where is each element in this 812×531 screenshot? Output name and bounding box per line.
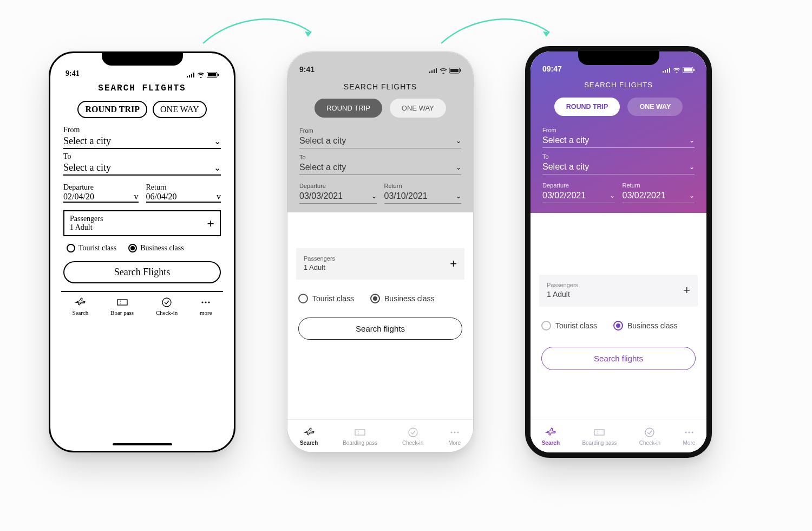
phone-notch [340,51,421,63]
search-flights-button[interactable]: Search flights [541,347,696,370]
radio-icon [370,294,380,303]
chevron-down-icon: ⌄ [456,164,461,171]
from-label: From [63,126,221,134]
radio-tourist[interactable]: Tourist class [541,321,597,331]
return-label: Return [623,182,695,189]
tab-boarding[interactable]: Boarding pass [582,426,617,446]
departure-value: 02/04/20 [63,192,94,202]
chevron-down-icon: ⌄ [610,192,615,199]
svg-rect-20 [693,69,695,71]
svg-point-17 [457,431,459,433]
tab-boarding-label: Boarding pass [343,440,377,446]
plus-icon[interactable]: + [450,257,457,271]
tab-boarding-label: Boar pass [110,309,134,316]
chevron-down-icon: ⌄ [689,137,695,144]
from-value: Select a city [299,136,346,146]
tab-checkin[interactable]: Check-in [639,426,660,446]
return-select[interactable]: 03/02/2021 ⌄ [623,189,695,203]
plus-icon[interactable]: + [683,283,690,297]
tab-search[interactable]: Search [300,426,318,446]
radio-icon [298,294,308,303]
radio-tourist-label: Tourist class [555,321,597,330]
from-select[interactable]: Select a city ⌄ [299,134,461,148]
tab-more-label: More [448,440,461,446]
departure-select[interactable]: 03/02/2021 ⌄ [542,189,615,203]
passengers-select[interactable]: Passengers 1 Adult + [539,275,698,307]
tab-more[interactable]: More [683,426,696,446]
from-value: Select a city [542,135,589,145]
to-select[interactable]: Select a city ⌄ [63,162,221,176]
tab-one-way[interactable]: ONE WAY [627,98,683,116]
radio-business[interactable]: Business class [613,321,678,331]
search-flights-button[interactable]: Search Flights [63,261,221,283]
svg-rect-1 [208,73,216,76]
return-value: 03/02/2021 [623,191,666,200]
svg-point-7 [205,302,207,303]
chevron-down-icon: v [134,192,139,202]
tab-more[interactable]: more [200,296,212,316]
radio-tourist[interactable]: Tourist class [67,244,116,252]
tab-round-trip[interactable]: ROUND TRIP [77,101,147,118]
tab-checkin[interactable]: Check-in [156,296,178,316]
tab-search-label: Search [542,440,560,446]
radio-icon [613,321,623,331]
radio-business[interactable]: Business class [370,294,435,303]
passengers-select[interactable]: Passengers 1 Adult + [296,248,464,280]
tab-search[interactable]: Search [542,426,560,446]
tab-checkin-label: Check-in [639,440,660,446]
tab-checkin[interactable]: Check-in [402,426,423,446]
more-icon [683,426,695,438]
tab-one-way[interactable]: ONE WAY [153,101,207,118]
chevron-down-icon: ⌄ [456,137,461,145]
to-select[interactable]: Select a city ⌄ [299,160,461,175]
departure-select[interactable]: 03/03/2021 ⌄ [299,189,377,204]
search-flights-button[interactable]: Search flights [298,318,462,340]
to-select[interactable]: Select a city ⌄ [542,160,695,174]
radio-tourist-label: Tourist class [78,244,116,252]
ticket-icon [354,426,366,438]
tab-one-way[interactable]: ONE WAY [390,99,446,118]
passengers-value: 1 Adult [547,290,570,299]
arrow-sketch-to-wire [200,11,319,54]
chevron-down-icon: ⌄ [689,192,695,199]
departure-label: Departure [299,183,377,189]
chevron-down-icon: ⌄ [371,192,377,200]
tab-round-trip[interactable]: ROUND TRIP [315,99,382,118]
status-indicators [429,68,461,74]
return-label: Return [384,183,462,189]
svg-rect-2 [218,74,219,76]
passengers-select[interactable]: Passengers 1 Adult + [63,210,221,236]
departure-select[interactable]: 02/04/20 v [63,192,139,203]
tab-more-label: more [200,309,212,316]
svg-point-23 [645,428,654,437]
page-title: SEARCH FLIGHTS [287,76,473,99]
departure-label: Departure [542,182,615,189]
plane-icon [303,426,315,438]
radio-tourist[interactable]: Tourist class [298,294,354,303]
tab-search[interactable]: Search [72,296,88,316]
tab-round-trip[interactable]: ROUND TRIP [554,98,620,116]
wifi-icon [673,68,680,73]
return-select[interactable]: 06/04/20 v [146,192,221,203]
departure-label: Departure [63,183,139,192]
status-indicators [186,72,219,78]
radio-icon [67,244,75,252]
from-select[interactable]: Select a city ⌄ [63,135,221,149]
from-select[interactable]: Select a city ⌄ [542,133,695,148]
radio-business-label: Business class [627,321,678,330]
tab-boarding[interactable]: Boarding pass [343,426,377,446]
radio-business[interactable]: Business class [128,244,184,252]
signal-icon [429,68,437,74]
return-label: Return [146,183,221,192]
return-select[interactable]: 03/10/2021 ⌄ [384,189,462,204]
plus-icon[interactable]: + [207,216,214,231]
radio-tourist-label: Tourist class [312,294,354,303]
tab-bar: Search Boarding pass Check-in More [531,419,706,452]
tab-more-label: More [683,440,696,446]
svg-point-8 [208,302,210,303]
to-value: Select a city [542,162,589,172]
svg-point-24 [685,431,686,433]
chevron-down-icon: v [217,192,221,202]
tab-boarding[interactable]: Boar pass [110,296,134,316]
tab-more[interactable]: More [448,426,461,446]
